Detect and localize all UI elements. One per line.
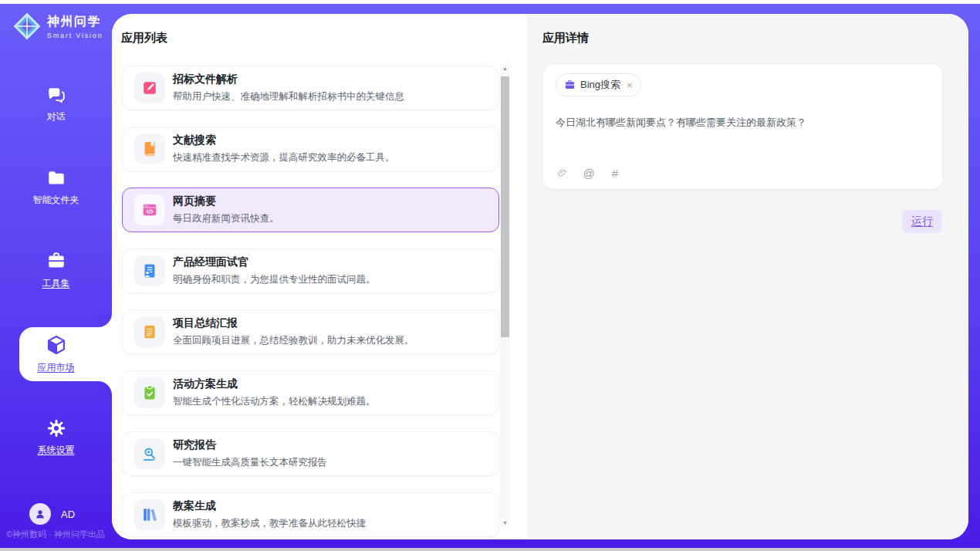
tool-tag[interactable]: Bing搜索 ×: [556, 73, 641, 96]
sidebar-item-smart-folder[interactable]: 智能文件夹: [0, 146, 112, 229]
app-detail-panel: 应用详情 Bing搜索 × 今日湖北有哪些新闻要点？有哪些需要关注的最新政策？ …: [527, 14, 968, 539]
app-name: 项目总结汇报: [173, 316, 414, 330]
sidebar: 神州问学 Smart Vision 对话智能文件夹工具集应用市场系统设置 AD …: [0, 4, 112, 548]
app-card-meta: 项目总结汇报全面回顾项目进展，总结经验教训，助力未来优化发展。: [173, 316, 414, 347]
app-card-meta: 教案生成模板驱动，教案秒成，教学准备从此轻松快捷: [173, 499, 366, 530]
scrollbar[interactable]: ▲ ▼: [500, 63, 510, 528]
logo: 神州问学 Smart Vision: [12, 12, 103, 41]
app-card-event-plan[interactable]: 活动方案生成智能生成个性化活动方案，轻松解决规划难题。: [122, 370, 499, 415]
browser-code-icon: [134, 194, 165, 225]
toolbox-icon: [46, 252, 66, 272]
app-name: 产品经理面试官: [173, 255, 376, 269]
app-name: 招标文件解析: [173, 73, 404, 86]
tab-fillet-bottom: [98, 381, 112, 395]
books-icon: [134, 499, 165, 530]
run-button[interactable]: 运行: [902, 210, 942, 233]
app-name: 教案生成: [173, 499, 366, 513]
brand-name: 神州问学: [47, 14, 103, 30]
app-name: 网页摘要: [173, 194, 279, 208]
app-card-meta: 活动方案生成智能生成个性化活动方案，轻松解决规划难题。: [173, 377, 376, 408]
app-description: 帮助用户快速、准确地理解和解析招标书中的关键信息: [173, 90, 404, 103]
prompt-card: Bing搜索 × 今日湖北有哪些新闻要点？有哪些需要关注的最新政策？ @#: [542, 63, 943, 190]
app-card-meta: 招标文件解析帮助用户快速、准确地理解和解析招标书中的关键信息: [173, 73, 404, 103]
doc-lines-icon: [134, 316, 165, 347]
scroll-up-arrow-icon[interactable]: ▲: [500, 66, 510, 71]
tool-tag-label: Bing搜索: [580, 78, 620, 92]
app-description: 全面回顾项目进展，总结经验教训，助力未来优化发展。: [173, 334, 414, 347]
sidebar-item-label: 对话: [47, 110, 66, 123]
app-card-bid-parse[interactable]: 招标文件解析帮助用户快速、准确地理解和解析招标书中的关键信息: [122, 66, 499, 110]
app-description: 一键智能生成高质量长文本研究报告: [173, 456, 327, 469]
sidebar-item-label: 智能文件夹: [33, 194, 79, 207]
copyright: ©神州数码 · 神州问学出品: [6, 529, 105, 540]
app-card-literature-search[interactable]: 文献搜索快速精准查找学术资源，提高研究效率的必备工具。: [122, 127, 499, 171]
app-card-pm-interviewer[interactable]: 产品经理面试官明确身份和职责，为您提供专业性的面试问题。: [122, 248, 499, 293]
folder-icon: [46, 168, 66, 188]
logo-diamond-icon: [12, 12, 42, 41]
user-chip[interactable]: AD: [29, 503, 75, 525]
app-list-panel: 应用列表 招标文件解析帮助用户快速、准确地理解和解析招标书中的关键信息文献搜索快…: [112, 14, 527, 539]
sidebar-item-label: 系统设置: [38, 444, 75, 457]
app-description: 智能生成个性化活动方案，轻松解决规划难题。: [173, 395, 376, 408]
doc-person-icon: [134, 255, 165, 286]
sidebar-item-label: 应用市场: [38, 361, 75, 374]
hash-icon[interactable]: #: [608, 166, 622, 180]
app-description: 快速精准查找学术资源，提高研究效率的必备工具。: [173, 151, 395, 164]
app-card-meta: 文献搜索快速精准查找学术资源，提高研究效率的必备工具。: [173, 134, 395, 164]
logo-text: 神州问学 Smart Vision: [47, 14, 103, 39]
app-card-project-summary[interactable]: 项目总结汇报全面回顾项目进展，总结经验教训，助力未来优化发展。: [122, 309, 499, 354]
app-name: 活动方案生成: [173, 377, 376, 391]
app-card-meta: 产品经理面试官明确身份和职责，为您提供专业性的面试问题。: [173, 255, 376, 286]
tab-fillet-top: [98, 313, 112, 327]
clipboard-check-icon: [134, 377, 165, 408]
app-list: 招标文件解析帮助用户快速、准确地理解和解析招标书中的关键信息文献搜索快速精准查找…: [122, 66, 499, 539]
app-description: 模板驱动，教案秒成，教学准备从此轻松快捷: [173, 517, 366, 530]
main-content: 应用列表 招标文件解析帮助用户快速、准确地理解和解析招标书中的关键信息文献搜索快…: [112, 14, 968, 539]
briefcase-icon: [564, 79, 576, 91]
app-window: 神州问学 Smart Vision 对话智能文件夹工具集应用市场系统设置 AD …: [0, 0, 980, 551]
pen-square-icon: [134, 73, 165, 103]
sidebar-item-chat[interactable]: 对话: [0, 63, 112, 146]
brand-subtitle: Smart Vision: [47, 32, 103, 39]
app-card-research-report[interactable]: 研究报告一键智能生成高质量长文本研究报告: [122, 431, 499, 476]
book-icon: [134, 134, 165, 164]
app-name: 文献搜索: [173, 134, 395, 147]
tag-close-icon[interactable]: ×: [625, 79, 633, 91]
prompt-text[interactable]: 今日湖北有哪些新闻要点？有哪些需要关注的最新政策？: [556, 115, 930, 130]
app-description: 每日政府新闻资讯快查。: [173, 212, 279, 225]
app-description: 明确身份和职责，为您提供专业性的面试问题。: [173, 273, 376, 286]
chat-icon: [46, 85, 66, 105]
bottom-edge-strip: [0, 548, 980, 551]
microscope-icon: [134, 438, 165, 469]
avatar: [29, 503, 51, 525]
scrollbar-thumb[interactable]: [501, 76, 509, 337]
app-card-meta: 网页摘要每日政府新闻资讯快查。: [173, 194, 279, 225]
app-background: 神州问学 Smart Vision 对话智能文件夹工具集应用市场系统设置 AD …: [0, 4, 980, 548]
user-initials: AD: [61, 509, 75, 520]
sidebar-item-label: 工具集: [42, 277, 70, 290]
app-card-web-summary[interactable]: 网页摘要每日政府新闻资讯快查。: [122, 188, 499, 232]
app-card-lesson-plan[interactable]: 教案生成模板驱动，教案秒成，教学准备从此轻松快捷: [122, 492, 499, 537]
app-list-title: 应用列表: [121, 31, 167, 46]
scroll-down-arrow-icon[interactable]: ▼: [500, 520, 510, 526]
sidebar-nav: 对话智能文件夹工具集应用市场系统设置: [0, 63, 112, 479]
app-card-meta: 研究报告一键智能生成高质量长文本研究报告: [173, 438, 327, 469]
gear-icon: [46, 418, 66, 438]
sidebar-item-settings[interactable]: 系统设置: [0, 396, 112, 479]
cube-icon: [46, 334, 67, 356]
at-icon[interactable]: @: [582, 166, 596, 180]
sidebar-item-toolset[interactable]: 工具集: [0, 229, 112, 313]
sidebar-item-app-market[interactable]: 应用市场: [0, 313, 112, 396]
prompt-toolbar: @#: [556, 166, 622, 180]
app-detail-title: 应用详情: [542, 31, 589, 46]
paperclip-icon[interactable]: [556, 166, 569, 180]
app-name: 研究报告: [173, 438, 327, 452]
